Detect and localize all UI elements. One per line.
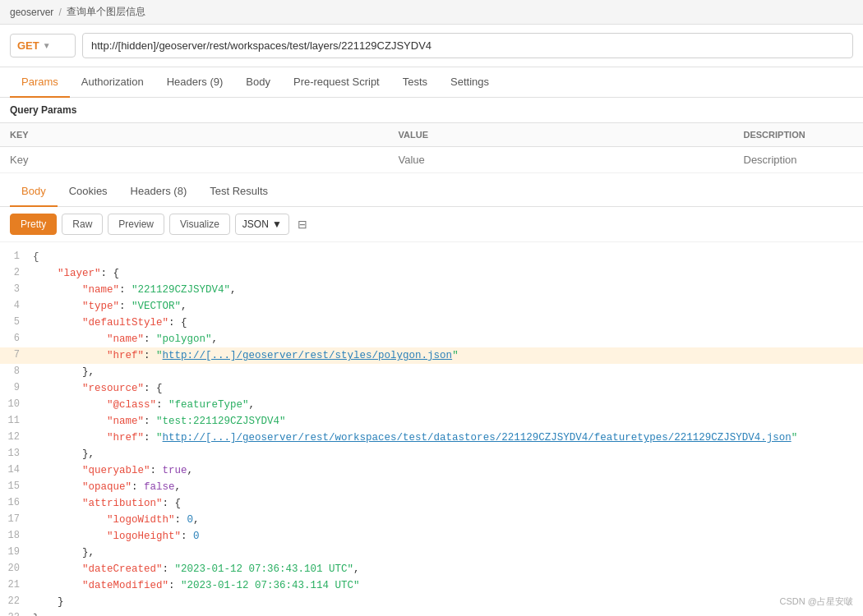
- col-value: VALUE: [389, 123, 734, 147]
- format-type-label: JSON: [242, 218, 269, 230]
- json-line: 3 "name": "221129CZJSYDV4",: [0, 282, 863, 298]
- col-description: DESCRIPTION: [734, 123, 864, 147]
- json-line: 6 "name": "polygon",: [0, 331, 863, 347]
- format-type-arrow-icon: ▼: [272, 218, 282, 230]
- json-line: 2 "layer": {: [0, 265, 863, 282]
- format-preview-button[interactable]: Preview: [108, 214, 164, 235]
- format-pretty-button[interactable]: Pretty: [10, 214, 57, 235]
- json-line: 4 "type": "VECTOR",: [0, 298, 863, 315]
- json-line: 23}: [0, 610, 863, 616]
- key-input[interactable]: [10, 154, 379, 166]
- json-line: 21 "dateModified": "2023-01-12 07:36:43.…: [0, 577, 863, 594]
- json-line: 9 "resource": {: [0, 380, 863, 397]
- json-line: 18 "logoHeight": 0: [0, 528, 863, 545]
- value-input[interactable]: [399, 154, 724, 166]
- response-tab-headers[interactable]: Headers (8): [119, 177, 199, 207]
- tab-pre-request-script[interactable]: Pre-request Script: [282, 67, 391, 98]
- watermark: CSDN @占星安啵: [780, 595, 853, 608]
- breadcrumb-current: 查询单个图层信息: [67, 5, 145, 19]
- breadcrumb-separator: /: [58, 7, 61, 18]
- json-line: 15 "opaque": false,: [0, 479, 863, 495]
- format-type-select[interactable]: JSON ▼: [235, 214, 289, 235]
- json-viewer: 1{ 2 "layer": { 3 "name": "221129CZJSYDV…: [0, 242, 863, 616]
- format-raw-button[interactable]: Raw: [62, 214, 103, 235]
- json-line: 13 },: [0, 446, 863, 462]
- tab-authorization[interactable]: Authorization: [70, 67, 155, 98]
- json-line: 14 "queryable": true,: [0, 462, 863, 479]
- json-line: 19 },: [0, 545, 863, 561]
- json-line: 22 }: [0, 594, 863, 610]
- table-row: [0, 147, 863, 173]
- format-visualize-button[interactable]: Visualize: [169, 214, 230, 235]
- request-tabs: Params Authorization Headers (9) Body Pr…: [0, 67, 863, 98]
- method-arrow-icon: ▼: [43, 41, 51, 50]
- tab-headers[interactable]: Headers (9): [155, 67, 235, 98]
- url-bar: GET ▼: [0, 25, 863, 67]
- response-tab-test-results[interactable]: Test Results: [198, 177, 279, 207]
- description-input[interactable]: [744, 154, 854, 166]
- tab-params[interactable]: Params: [10, 67, 70, 98]
- url-input[interactable]: [82, 33, 853, 58]
- response-tab-cookies[interactable]: Cookies: [58, 177, 119, 207]
- response-tabs: Body Cookies Headers (8) Test Results: [0, 177, 863, 207]
- json-line: 12 "href": "http://[...]/geoserver/rest/…: [0, 430, 863, 446]
- params-table: KEY VALUE DESCRIPTION: [0, 122, 863, 173]
- query-params-header: Query Params: [0, 98, 863, 122]
- json-line: 10 "@class": "featureType",: [0, 397, 863, 413]
- breadcrumb-root[interactable]: geoserver: [10, 7, 53, 18]
- json-line: 8 },: [0, 364, 863, 380]
- json-line: 11 "name": "test:221129CZJSYDV4": [0, 413, 863, 430]
- json-line-selected: 7 "href": "http://[...]/geoserver/rest/s…: [0, 347, 863, 364]
- json-line: 20 "dateCreated": "2023-01-12 07:36:43.1…: [0, 561, 863, 577]
- json-line: 5 "defaultStyle": {: [0, 315, 863, 331]
- json-line: 17 "logoWidth": 0,: [0, 512, 863, 528]
- method-label: GET: [17, 39, 39, 52]
- tab-body[interactable]: Body: [234, 67, 282, 98]
- json-line: 16 "attribution": {: [0, 495, 863, 512]
- method-select[interactable]: GET ▼: [10, 34, 76, 57]
- tab-settings[interactable]: Settings: [439, 67, 501, 98]
- format-bar: Pretty Raw Preview Visualize JSON ▼ ⊟: [0, 207, 863, 242]
- col-key: KEY: [0, 123, 389, 147]
- json-line: 1{: [0, 249, 863, 265]
- breadcrumb: geoserver / 查询单个图层信息: [0, 0, 863, 25]
- filter-icon[interactable]: ⊟: [298, 218, 307, 231]
- tab-tests[interactable]: Tests: [391, 67, 439, 98]
- response-tab-body[interactable]: Body: [10, 177, 58, 207]
